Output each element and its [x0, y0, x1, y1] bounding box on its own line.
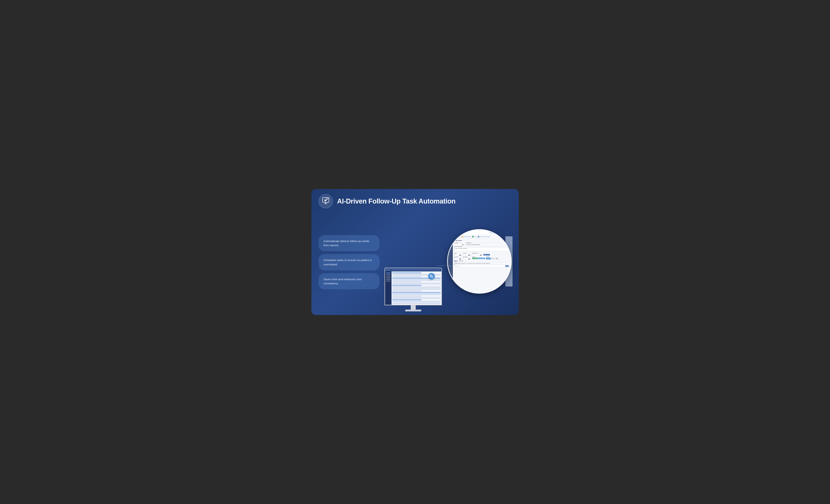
- template-input[interactable]: [454, 243, 465, 245]
- magnifier-icon: +: [428, 273, 435, 279]
- svg-text:i: i: [327, 198, 327, 199]
- priority-normal-btn[interactable]: Normal: [486, 258, 491, 260]
- status-badges-row: Completed In Progress: [472, 258, 485, 259]
- dotted-connector: [437, 266, 453, 266]
- window-icon: [478, 236, 479, 238]
- assign-me-btn[interactable]: Assign to me: [483, 254, 490, 256]
- task-name-label: Task Name*: [466, 242, 509, 243]
- completed-badge[interactable]: Completed: [472, 258, 478, 259]
- view-label: View: [474, 236, 477, 237]
- view-icon: [472, 236, 474, 238]
- due-date-group: Due Date: [463, 257, 471, 260]
- task-name-group: Task Name* Follow Up Recommendation: [466, 242, 509, 245]
- due-date-input[interactable]: [463, 258, 471, 260]
- template-taskname-row: Template Task Name*: [454, 242, 509, 245]
- add-notes-area[interactable]: Add Notes + Add: [454, 265, 509, 267]
- create-task-btn[interactable]: Create Task: [502, 231, 510, 233]
- open-new-window-btn[interactable]: Open in New Window: [478, 236, 490, 238]
- monitor-screen: [385, 268, 442, 305]
- activity-tab[interactable]: Activity: [459, 260, 463, 262]
- edit-task-btn[interactable]: Edit Task: [454, 236, 460, 238]
- monitor-wrapper: +: [385, 268, 442, 311]
- priority-group: Priority Normal Low High: [486, 257, 499, 260]
- task-desc-input[interactable]: Follow Up Recommendation: [454, 247, 509, 251]
- slide-container: i AI-Driven Follow-Up Task Automation Au…: [311, 189, 519, 315]
- template-group: Template: [454, 242, 465, 245]
- type-select[interactable]: [455, 255, 461, 256]
- location-group: Location: [454, 257, 462, 260]
- assigned-input-row: Assign to me: [472, 254, 509, 256]
- center-panel: +: [383, 211, 444, 311]
- ui-sidebar: [448, 230, 453, 293]
- task-desc-group: Task Description* Follow Up Recommendati…: [454, 246, 509, 252]
- group-label: Group: [463, 253, 471, 254]
- priority-high-btn[interactable]: High: [495, 258, 499, 260]
- task-desc-label: Task Description*: [454, 246, 509, 247]
- ui-topbar: Worklist Action Assign Task To Me Create…: [453, 230, 511, 235]
- ui-panel: Actions ••• ••• ••• ••• ••• ••• •••: [448, 230, 511, 293]
- task-details-title: Task Details: [454, 240, 509, 241]
- assign-task-btn[interactable]: Assign Task To Me: [489, 231, 501, 233]
- feature-card-2: Schedules tasks to ensure no patient is …: [319, 254, 380, 270]
- priority-label: Priority: [486, 257, 499, 258]
- type-label: Type*: [454, 253, 462, 254]
- worklist-icon: [454, 231, 456, 233]
- notes-tab[interactable]: Notes: [454, 260, 457, 262]
- group-select[interactable]: [464, 255, 471, 256]
- status-group: Status Completed In Progress: [472, 257, 485, 259]
- edit-icon: [454, 236, 456, 238]
- task-details-panel: Task Details Template: [453, 239, 511, 293]
- feature-text-1: Automaticaly detects follow-up needs fro…: [324, 240, 370, 247]
- svg-point-11: [473, 236, 473, 237]
- assigned-to-group: Assigned To Assign to me: [472, 253, 509, 256]
- priority-low-btn[interactable]: Low: [491, 258, 494, 260]
- ui-main-content: Worklist Action Assign Task To Me Create…: [453, 230, 511, 293]
- due-date-label: Due Date: [463, 257, 471, 258]
- location-label: Location: [454, 257, 462, 258]
- worklist-label: Worklist Action: [456, 232, 466, 233]
- task-name-input[interactable]: Follow Up Recommendation: [466, 243, 509, 245]
- delete-task-btn[interactable]: Delete task: [502, 236, 510, 238]
- type-group-assigned-row: Type* Group: [454, 253, 509, 256]
- status-label: Status: [472, 257, 485, 258]
- add-notes-placeholder: Add Notes: [455, 266, 460, 267]
- priority-btns-row: Normal Low High: [486, 258, 499, 260]
- view-btn[interactable]: View: [472, 236, 477, 238]
- monitor-stand-neck: [411, 305, 416, 310]
- assigned-to-input[interactable]: [472, 254, 483, 256]
- referring-order-btn[interactable]: Referring Order: [461, 236, 471, 238]
- template-select[interactable]: [455, 244, 464, 245]
- header-icon: i: [319, 194, 333, 208]
- location-status-row: Location Due Date: [454, 257, 509, 260]
- feature-text-3: Saves time and enhances care consistency…: [324, 278, 362, 285]
- right-panel: Actions ••• ••• ••• ••• ••• ••• •••: [447, 211, 512, 311]
- page-title: AI-Driven Follow-Up Task Automation: [337, 197, 455, 205]
- assigned-to-select[interactable]: [473, 255, 482, 256]
- header: i AI-Driven Follow-Up Task Automation: [311, 189, 519, 211]
- add-notes-btn[interactable]: + Add: [505, 265, 509, 267]
- svg-text:+: +: [430, 275, 432, 277]
- referring-order-label: Referring Order: [464, 236, 471, 237]
- ui-circle-viewport: Actions ••• ••• ••• ••• ••• ••• •••: [447, 229, 512, 294]
- feature-text-2: Schedules tasks to ensure no patient is …: [324, 259, 372, 266]
- due-date-select[interactable]: [464, 258, 471, 260]
- location-input[interactable]: [454, 258, 462, 260]
- template-label: Template: [454, 242, 465, 243]
- edit-task-label: Edit Task: [456, 236, 460, 237]
- svg-rect-12: [478, 236, 479, 237]
- open-window-label: Open in New Window: [480, 236, 490, 237]
- task-desc-value: Follow Up Recommendation: [455, 248, 467, 249]
- location-select[interactable]: [455, 258, 461, 260]
- notes-activity-tabs: Notes Activity: [454, 260, 509, 262]
- group-input[interactable]: [463, 254, 471, 256]
- feature-card-3: Saves time and enhances care consistency…: [319, 273, 380, 290]
- type-input[interactable]: [454, 254, 462, 256]
- type-group: Type*: [454, 253, 462, 256]
- main-content: Automaticaly detects follow-up needs fro…: [311, 211, 519, 315]
- medical-monitor-icon: i: [321, 197, 330, 205]
- referring-icon: [461, 236, 463, 238]
- left-panel: Automaticaly detects follow-up needs fro…: [319, 211, 380, 311]
- in-progress-badge[interactable]: In Progress: [479, 258, 485, 259]
- task-name-value: Follow Up Recommendation: [467, 244, 480, 245]
- group-group: Group: [463, 253, 471, 256]
